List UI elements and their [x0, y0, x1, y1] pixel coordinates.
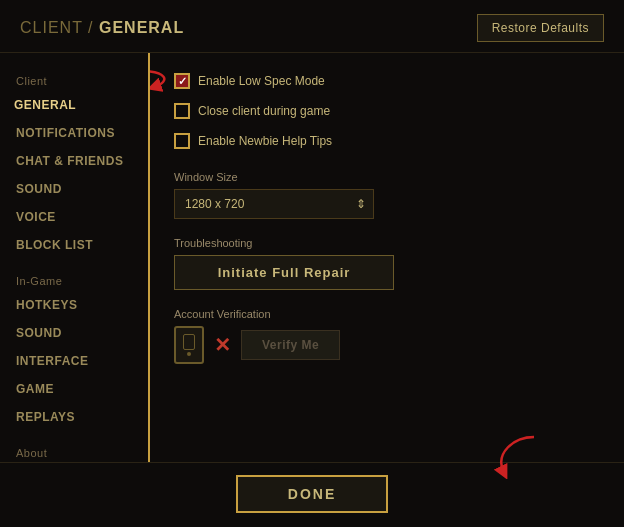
window-size-select[interactable]: 1280 x 720 1600 x 900 1920 x 1080 Fullsc…: [174, 189, 374, 219]
account-verify-row: ✕ Verify Me: [174, 326, 600, 364]
sidebar-item-hotkeys[interactable]: HOTKEYS: [0, 291, 148, 319]
account-verification-section: Account Verification ✕ Verify Me: [174, 304, 600, 364]
sidebar-item-replays[interactable]: REPLAYS: [0, 403, 148, 431]
sidebar: Client GENERAL NOTIFICATIONS CHAT & FRIE…: [0, 53, 150, 462]
sidebar-group-about-label: About: [0, 439, 148, 462]
account-verification-label: Account Verification: [174, 308, 600, 320]
sidebar-item-sound-ingame[interactable]: SOUND: [0, 319, 148, 347]
red-arrow-done-icon: [464, 433, 544, 479]
verify-me-button[interactable]: Verify Me: [241, 330, 340, 360]
restore-defaults-button[interactable]: Restore Defaults: [477, 14, 604, 42]
sidebar-group-ingame-label: In-Game: [0, 267, 148, 291]
content-area: Enable Low Spec Mode Close client during…: [150, 53, 624, 462]
window-size-section: Window Size 1280 x 720 1600 x 900 1920 x…: [174, 167, 600, 219]
checkboxes-section: Enable Low Spec Mode Close client during…: [174, 73, 600, 153]
window-size-dropdown-wrapper: 1280 x 720 1600 x 900 1920 x 1080 Fullsc…: [174, 189, 374, 219]
header-title: CLIENT / GENERAL: [20, 19, 184, 37]
sidebar-item-interface[interactable]: INTERFACE: [0, 347, 148, 375]
x-mark-icon: ✕: [214, 335, 231, 355]
header-title-dim: CLIENT /: [20, 19, 94, 36]
checkbox-low-spec-label: Enable Low Spec Mode: [198, 74, 325, 88]
sidebar-item-block-list[interactable]: BLOCK LIST: [0, 231, 148, 259]
app-container: CLIENT / GENERAL Restore Defaults Client…: [0, 0, 624, 527]
sidebar-item-game[interactable]: GAME: [0, 375, 148, 403]
sidebar-item-notifications[interactable]: NOTIFICATIONS: [0, 119, 148, 147]
sidebar-group-client-label: Client: [0, 67, 148, 91]
checkbox-close-client-label: Close client during game: [198, 104, 330, 118]
sidebar-item-sound[interactable]: SOUND: [0, 175, 148, 203]
sidebar-item-voice[interactable]: VOICE: [0, 203, 148, 231]
window-size-label: Window Size: [174, 171, 600, 183]
checkbox-low-spec[interactable]: [174, 73, 190, 89]
troubleshooting-section: Troubleshooting Initiate Full Repair: [174, 233, 600, 290]
sidebar-item-general[interactable]: GENERAL: [0, 91, 148, 119]
checkbox-newbie-help-label: Enable Newbie Help Tips: [198, 134, 332, 148]
troubleshooting-label: Troubleshooting: [174, 237, 600, 249]
main-layout: Client GENERAL NOTIFICATIONS CHAT & FRIE…: [0, 53, 624, 462]
checkbox-row-newbie-help: Enable Newbie Help Tips: [174, 133, 600, 149]
sidebar-item-chat-friends[interactable]: CHAT & FRIENDS: [0, 147, 148, 175]
red-arrow-icon: [150, 67, 172, 95]
done-button[interactable]: DONE: [236, 475, 388, 513]
checkbox-row-close-client: Close client during game: [174, 103, 600, 119]
checkbox-row-low-spec: Enable Low Spec Mode: [174, 73, 600, 89]
checkbox-close-client[interactable]: [174, 103, 190, 119]
header: CLIENT / GENERAL Restore Defaults: [0, 0, 624, 53]
phone-icon: [174, 326, 204, 364]
header-title-bold: GENERAL: [99, 19, 184, 36]
initiate-full-repair-button[interactable]: Initiate Full Repair: [174, 255, 394, 290]
checkbox-newbie-help[interactable]: [174, 133, 190, 149]
footer: DONE: [0, 462, 624, 527]
